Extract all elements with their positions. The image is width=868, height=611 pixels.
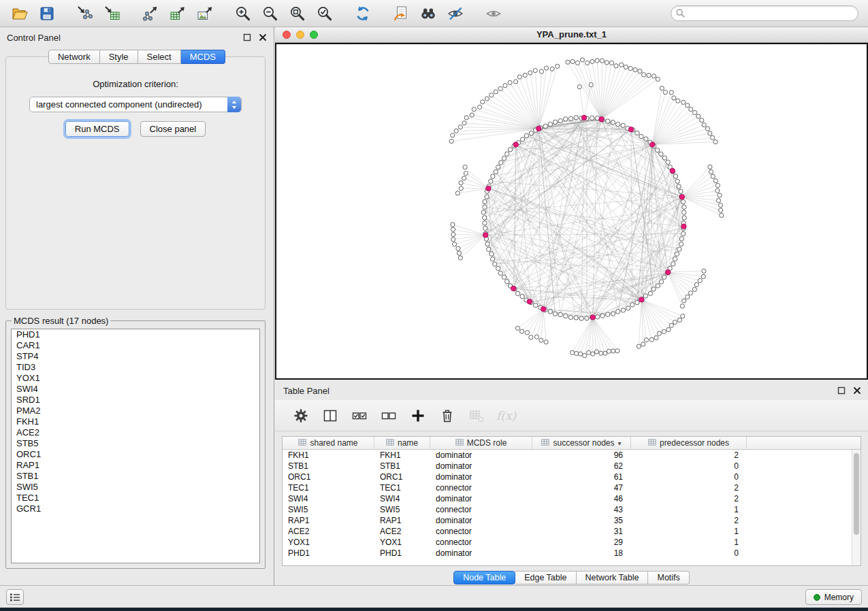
column-header-shared-name[interactable]: shared name — [283, 437, 374, 449]
mcds-result-item[interactable]: PHD1 — [12, 329, 259, 340]
export-network-icon[interactable] — [140, 3, 161, 24]
zoom-selected-icon[interactable] — [315, 3, 335, 24]
table-cell[interactable]: PHD1 — [283, 548, 374, 559]
table-cell[interactable]: 29 — [532, 537, 631, 548]
table-cell[interactable]: 18 — [532, 548, 631, 559]
table-cell[interactable]: YOX1 — [374, 537, 430, 548]
table-row[interactable]: PHD1PHD1dominator180 — [283, 548, 861, 559]
network-graph[interactable] — [276, 44, 867, 378]
table-row[interactable]: SWI4SWI4dominator462 — [283, 493, 861, 504]
delete-column-icon[interactable] — [438, 406, 457, 425]
table-cell[interactable]: 62 — [532, 461, 631, 472]
table-cell[interactable]: TEC1 — [283, 482, 374, 493]
tab-edge-table[interactable]: Edge Table — [515, 571, 576, 584]
table-cell[interactable]: 0 — [631, 461, 747, 472]
table-cell[interactable]: YOX1 — [283, 537, 374, 548]
task-history-button[interactable] — [6, 589, 24, 605]
table-cell[interactable]: 2 — [631, 493, 747, 504]
export-image-icon[interactable] — [195, 3, 215, 24]
tab-network-table[interactable]: Network Table — [577, 571, 649, 584]
mcds-result-item[interactable]: STB5 — [12, 438, 259, 449]
table-cell[interactable]: 35 — [532, 515, 631, 526]
tab-mcds[interactable]: MCDS — [181, 50, 225, 64]
table-cell[interactable]: ORC1 — [283, 472, 374, 482]
table-cell[interactable]: connector — [430, 537, 532, 548]
mcds-result-item[interactable]: STP4 — [12, 351, 259, 362]
window-maximize-icon[interactable] — [310, 31, 318, 39]
table-cell[interactable]: 0 — [631, 548, 747, 559]
select-all-icon[interactable] — [350, 406, 369, 425]
hide-selected-icon[interactable] — [445, 3, 466, 24]
column-header-predecessor-nodes[interactable]: predecessor nodes — [631, 437, 747, 449]
table-scrollbar-thumb[interactable] — [854, 453, 859, 535]
table-row[interactable]: STB1STB1dominator620 — [283, 461, 861, 472]
table-cell[interactable]: 31 — [532, 526, 631, 537]
mcds-result-item[interactable]: SWI5 — [12, 482, 259, 493]
column-header-MCDS-role[interactable]: MCDS role — [430, 437, 532, 449]
column-header-successor-nodes[interactable]: successor nodes▾ — [532, 437, 631, 449]
mcds-result-item[interactable]: SWI4 — [12, 384, 259, 395]
tab-select[interactable]: Select — [138, 50, 181, 64]
network-view-canvas[interactable] — [275, 43, 868, 380]
table-cell[interactable]: 2 — [631, 515, 747, 526]
close-panel-button[interactable]: Close panel — [140, 121, 206, 137]
search-network-icon[interactable] — [418, 3, 438, 24]
column-header-name[interactable]: name — [374, 437, 430, 449]
tab-style[interactable]: Style — [100, 50, 138, 64]
tab-motifs[interactable]: Motifs — [648, 571, 689, 584]
table-cell[interactable]: 1 — [631, 537, 747, 548]
table-cell[interactable]: TEC1 — [374, 482, 430, 493]
mcds-result-item[interactable]: TID3 — [12, 362, 259, 373]
mcds-result-item[interactable]: FKH1 — [12, 416, 259, 427]
table-cell[interactable]: 43 — [532, 504, 631, 515]
table-cell[interactable]: 1 — [631, 504, 747, 515]
table-row[interactable]: TEC1TEC1connector472 — [283, 482, 861, 493]
mcds-result-list[interactable]: PHD1CAR1STP4TID3YOX1SWI4SRD1PMA2FKH1ACE2… — [11, 329, 260, 563]
table-cell[interactable]: 2 — [631, 482, 747, 493]
table-cell[interactable]: dominator — [430, 450, 532, 461]
run-mcds-button[interactable]: Run MCDS — [65, 121, 129, 137]
eye-icon[interactable] — [483, 3, 504, 24]
mcds-result-item[interactable]: SRD1 — [12, 395, 259, 406]
mcds-result-item[interactable]: ACE2 — [12, 427, 259, 438]
window-minimize-icon[interactable] — [296, 31, 304, 39]
table-row[interactable]: RAP1RAP1dominator352 — [283, 515, 861, 526]
mcds-result-item[interactable]: STB1 — [12, 471, 259, 482]
zoom-out-icon[interactable] — [260, 3, 280, 24]
import-network-icon[interactable] — [75, 3, 95, 24]
table-cell[interactable]: SWI4 — [283, 493, 374, 504]
import-table-icon[interactable] — [102, 3, 123, 24]
mcds-result-item[interactable]: YOX1 — [12, 373, 259, 384]
table-cell[interactable]: 47 — [532, 482, 631, 493]
float-table-panel-icon[interactable] — [837, 386, 846, 395]
table-row[interactable]: SWI5SWI5connector431 — [283, 504, 861, 515]
table-cell[interactable]: FKH1 — [374, 450, 430, 461]
table-cell[interactable]: 46 — [532, 493, 631, 504]
table-cell[interactable]: ACE2 — [283, 526, 374, 537]
add-column-icon[interactable] — [408, 406, 428, 425]
mcds-result-item[interactable]: ORC1 — [12, 449, 259, 460]
table-cell[interactable]: RAP1 — [374, 515, 430, 526]
open-icon[interactable] — [10, 3, 30, 24]
table-cell[interactable]: PHD1 — [374, 548, 430, 559]
table-row[interactable]: YOX1YOX1connector291 — [283, 537, 861, 548]
table-cell[interactable]: dominator — [430, 493, 532, 504]
column-layout-icon[interactable] — [321, 406, 340, 425]
export-table-icon[interactable] — [167, 3, 188, 24]
zoom-in-icon[interactable] — [233, 3, 253, 24]
mcds-result-item[interactable]: CAR1 — [12, 340, 259, 351]
table-row[interactable]: ORC1ORC1dominator610 — [283, 472, 861, 482]
table-cell[interactable]: 96 — [532, 450, 631, 461]
share-session-icon[interactable] — [391, 3, 411, 24]
close-table-panel-icon[interactable] — [852, 386, 861, 395]
table-cell[interactable]: 0 — [631, 472, 747, 482]
memory-button[interactable]: Memory — [805, 589, 862, 605]
table-cell[interactable]: ORC1 — [374, 472, 430, 482]
table-scrollbar[interactable] — [852, 450, 861, 565]
save-icon[interactable] — [37, 3, 57, 24]
window-close-icon[interactable] — [283, 31, 291, 39]
table-cell[interactable]: dominator — [430, 548, 532, 559]
table-row[interactable]: ACE2ACE2connector311 — [283, 526, 861, 537]
mcds-result-item[interactable]: TEC1 — [12, 493, 259, 503]
zoom-fit-icon[interactable] — [287, 3, 308, 24]
